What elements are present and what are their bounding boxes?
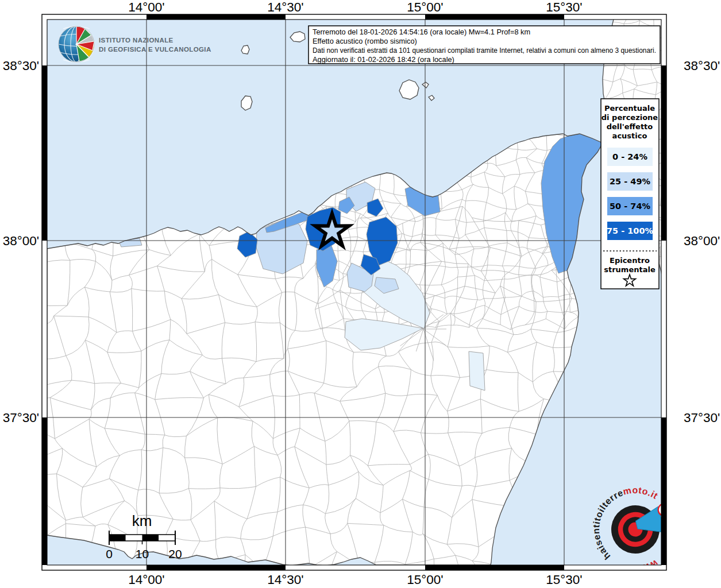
info-box: Terremoto del 18-01-2026 14:54:16 (ora l… bbox=[309, 26, 660, 64]
legend-title-line-4: acustico bbox=[612, 131, 647, 140]
axis-label-top: 15°30' bbox=[546, 0, 582, 14]
municipality-region bbox=[469, 351, 485, 390]
legend-title-line-2: di percezione bbox=[602, 113, 658, 122]
scale-bar-tick-label: 20 bbox=[168, 547, 182, 560]
legend-class-label: 0 - 24% bbox=[612, 152, 647, 161]
axis-label-right: 38°00' bbox=[684, 234, 720, 248]
scale-bar-tick-label: 0 bbox=[106, 547, 113, 560]
scale-bar-unit: km bbox=[132, 512, 152, 529]
axis-label-left: 38°00' bbox=[3, 234, 39, 248]
legend-box: Percentuale di percezione dell'effetto a… bbox=[601, 99, 659, 289]
axis-label-top: 14°00' bbox=[128, 0, 164, 14]
axis-label-right: 37°30' bbox=[684, 411, 720, 425]
axis-label-left: 37°30' bbox=[3, 411, 39, 425]
legend-title-line-1: Percentuale bbox=[604, 104, 655, 113]
map-canvas: km 01020 ? haisentitoilterremoto.it www.… bbox=[0, 0, 721, 588]
info-box-line-1: Terremoto del 18-01-2026 14:54:16 (ora l… bbox=[313, 28, 530, 36]
axis-label-bottom: 15°00' bbox=[407, 572, 443, 587]
axis-label-bottom: 14°00' bbox=[128, 572, 164, 587]
ingv-globe-icon bbox=[59, 26, 94, 62]
institute-name-line1: ISTITUTO NAZIONALE bbox=[99, 37, 173, 44]
axis-label-bottom: 15°30' bbox=[546, 572, 582, 587]
legend-title-line-3: dell'effetto bbox=[607, 122, 653, 131]
axis-label-left: 38°30' bbox=[3, 59, 39, 73]
info-box-line-2: Effetto acustico (rombo sismico) bbox=[313, 37, 417, 45]
institute-name-line2: DI GEOFISICA E VULCANOLOGIA bbox=[99, 46, 211, 53]
legend-epicenter-label-line1: Epicentro bbox=[610, 256, 650, 265]
axis-label-right: 38°30' bbox=[684, 59, 720, 73]
scale-bar-tick-label: 10 bbox=[136, 547, 149, 560]
axis-label-top: 15°00' bbox=[407, 0, 443, 14]
axis-label-top: 14°30' bbox=[267, 0, 303, 14]
earthquake-perception-map-page: km 01020 ? haisentitoilterremoto.it www.… bbox=[0, 0, 721, 588]
legend-class-label: 25 - 49% bbox=[610, 177, 650, 186]
info-box-line-4: Aggiornato il: 01-02-2026 18:42 (ora loc… bbox=[313, 55, 454, 64]
legend-epicenter-label-line2: strumentale bbox=[604, 265, 656, 274]
legend-class-label: 75 - 100% bbox=[607, 226, 654, 235]
legend-class-label: 50 - 74% bbox=[610, 202, 650, 211]
axis-label-bottom: 14°30' bbox=[267, 572, 303, 587]
info-box-line-3: Dati non verificati estratti da 101 ques… bbox=[313, 46, 656, 55]
